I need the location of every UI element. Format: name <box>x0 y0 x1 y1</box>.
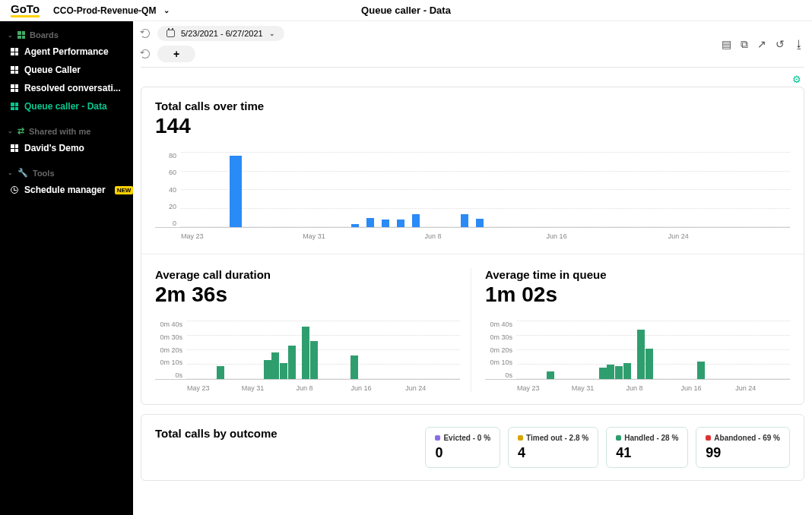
chart-bar <box>623 363 631 379</box>
refresh-icon[interactable] <box>141 49 150 58</box>
caret-down-icon: ⌄ <box>8 169 13 176</box>
refresh-icon[interactable] <box>141 29 150 38</box>
workspace-selector[interactable]: CCO-Prod-Revenue-QM ⌄ <box>53 5 170 16</box>
outcome-value: 41 <box>616 445 678 461</box>
chart-bar <box>637 330 645 379</box>
board-icon <box>11 48 18 55</box>
board-icon <box>11 66 18 74</box>
boards-icon <box>17 31 25 39</box>
chart-bar <box>351 224 359 227</box>
outcome-value: 4 <box>518 445 588 461</box>
y-axis-ticks: 0m 40s0m 30s0m 20s0m 10s0s <box>155 321 186 379</box>
share-icon: ⇄ <box>17 126 24 136</box>
outcome-card: Handled - 28 %41 <box>606 427 688 468</box>
outcome-label: Abandoned - 69 % <box>706 434 780 442</box>
sidebar-item-resolved-conversations[interactable]: Resolved conversati... <box>0 79 133 97</box>
sidebar-item-agent-performance[interactable]: Agent Performance <box>0 43 133 61</box>
chart-bar <box>412 214 420 227</box>
panel-value: 144 <box>155 114 790 138</box>
outcome-value: 99 <box>706 445 780 461</box>
chart-bar <box>476 219 484 227</box>
outcome-value: 0 <box>435 445 490 461</box>
toolbar: 5/23/2021 - 6/27/2021 ⌄ + ▤ ⧉ ↗ ↺ ⭳ <box>133 21 812 67</box>
sidebar-item-queue-caller-data[interactable]: Queue caller - Data <box>0 97 133 115</box>
sidebar-section-boards[interactable]: ⌄ Boards <box>0 27 133 43</box>
wrench-icon: 🔧 <box>17 168 28 178</box>
chart-bar <box>599 368 607 379</box>
sidebar-item-schedule-manager[interactable]: Schedule manager NEW <box>0 181 133 199</box>
x-axis-ticks: May 23May 31Jun 8Jun 16Jun 24 <box>485 384 790 392</box>
download-icon[interactable]: ⭳ <box>794 38 804 51</box>
date-range-picker[interactable]: 5/23/2021 - 6/27/2021 ⌄ <box>157 26 284 41</box>
history-icon[interactable]: ↺ <box>776 38 785 51</box>
toolbar-actions: ▤ ⧉ ↗ ↺ ⭳ <box>722 38 804 51</box>
chart-bar <box>271 352 279 379</box>
main-content: 5/23/2021 - 6/27/2021 ⌄ + ▤ ⧉ ↗ ↺ ⭳ <box>133 21 812 515</box>
outcome-label: Timed out - 2.8 % <box>518 434 588 442</box>
chevron-down-icon: ⌄ <box>269 30 275 37</box>
chart-avg-duration: 0m 40s0m 30s0m 20s0m 10s0s May 23May 31J… <box>155 321 460 392</box>
chart-bar <box>217 366 224 379</box>
sidebar: ⌄ Boards Agent Performance Queue Caller … <box>0 21 133 515</box>
clock-icon <box>11 186 18 194</box>
chart-bar <box>264 360 271 379</box>
outcome-card: Evicted - 0 %0 <box>425 427 500 468</box>
chart-bar <box>350 355 358 379</box>
chart-bar <box>697 362 705 379</box>
panel-total-calls: Total calls over time 144 806040200 May … <box>141 87 804 405</box>
top-bar: GoTo CCO-Prod-Revenue-QM ⌄ Queue caller … <box>0 0 812 21</box>
sidebar-item-davids-demo[interactable]: David's Demo <box>0 139 133 157</box>
chart-bar <box>230 156 242 227</box>
copy-icon[interactable]: ⧉ <box>741 38 748 51</box>
chevron-down-icon: ⌄ <box>163 6 170 14</box>
date-range-text: 5/23/2021 - 6/27/2021 <box>181 29 263 38</box>
panel-outcomes: Total calls by outcome Evicted - 0 %0Tim… <box>141 414 804 481</box>
add-filter-button[interactable]: + <box>157 46 195 62</box>
logo: GoTo <box>11 3 40 17</box>
outcome-label: Evicted - 0 % <box>435 434 490 442</box>
export-icon[interactable]: ▤ <box>722 38 731 51</box>
calendar-icon <box>167 30 175 37</box>
board-icon <box>11 144 18 152</box>
sidebar-section-shared[interactable]: ⌄ ⇄ Shared with me <box>0 123 133 139</box>
panel-title: Total calls by outcome <box>155 427 278 440</box>
chart-bar <box>615 366 623 379</box>
y-axis-ticks: 0m 40s0m 30s0m 20s0m 10s0s <box>485 321 515 379</box>
chart-bar <box>645 349 653 379</box>
chart-bar <box>461 214 468 227</box>
outcome-card: Abandoned - 69 %99 <box>696 427 790 468</box>
panel-value: 1m 02s <box>485 283 790 307</box>
board-icon <box>11 84 18 92</box>
sidebar-section-tools[interactable]: ⌄ 🔧 Tools <box>0 165 133 181</box>
chart-total-calls: 806040200 May 23May 31Jun 8Jun 16Jun 24 <box>155 152 790 240</box>
panel-title: Total calls over time <box>155 100 790 112</box>
chart-bar <box>382 220 389 227</box>
page-title: Queue caller - Data <box>361 5 451 16</box>
chart-bar <box>397 220 404 227</box>
chart-bar <box>302 327 309 379</box>
sidebar-item-queue-caller[interactable]: Queue Caller <box>0 61 133 79</box>
chart-bar <box>280 363 287 379</box>
outcome-card: Timed out - 2.8 %4 <box>508 427 598 468</box>
caret-down-icon: ⌄ <box>8 32 13 39</box>
workspace-name: CCO-Prod-Revenue-QM <box>53 5 156 16</box>
new-badge: NEW <box>115 186 133 194</box>
share-icon[interactable]: ↗ <box>757 38 766 51</box>
board-icon <box>11 103 18 110</box>
y-axis-ticks: 806040200 <box>155 152 179 227</box>
chart-bar <box>288 346 296 379</box>
chart-bar <box>607 365 614 379</box>
caret-down-icon: ⌄ <box>8 128 13 134</box>
x-axis-ticks: May 23May 31Jun 8Jun 16Jun 24 <box>155 232 790 240</box>
chart-bar <box>366 218 374 227</box>
panel-value: 2m 36s <box>155 283 460 307</box>
chart-bar <box>547 371 554 379</box>
panel-title: Average call duration <box>155 268 460 281</box>
chart-avg-queue: 0m 40s0m 30s0m 20s0m 10s0s May 23May 31J… <box>485 321 790 392</box>
panel-title: Average time in queue <box>485 268 790 281</box>
outcome-label: Handled - 28 % <box>616 434 678 442</box>
chart-bar <box>310 341 318 379</box>
x-axis-ticks: May 23May 31Jun 8Jun 16Jun 24 <box>155 384 460 392</box>
panel-settings-icon[interactable]: ⚙ <box>792 74 801 85</box>
